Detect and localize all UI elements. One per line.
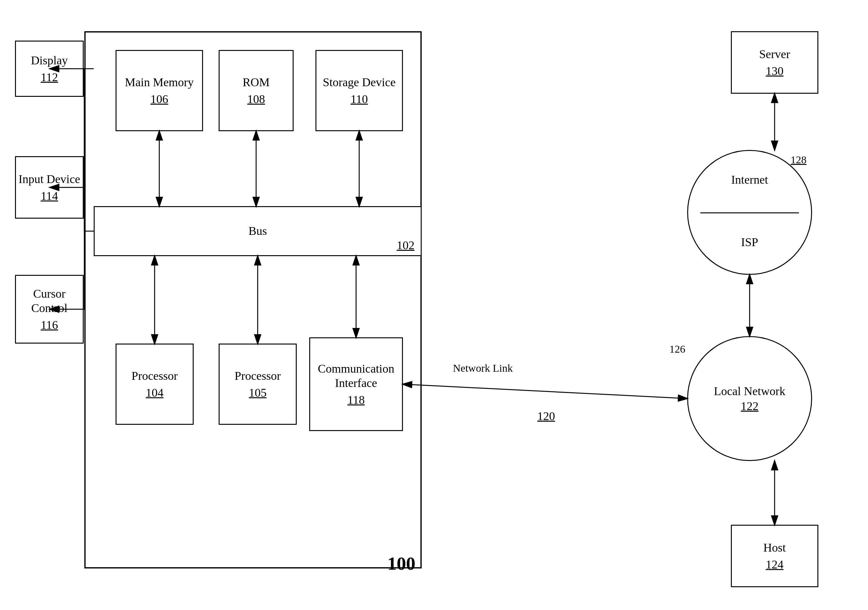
local-network-number: 122 [741,399,759,413]
display-box: Display 112 [15,40,84,97]
processor2-number: 105 [249,386,267,399]
storage-device-box: Storage Device 110 [315,50,403,131]
system-label: 100 [387,553,415,574]
input-device-label: Input Device [19,172,80,186]
main-memory-number: 106 [150,92,168,106]
processor1-number: 104 [146,386,164,399]
main-memory-box: Main Memory 106 [116,50,203,131]
storage-device-number: 110 [350,92,368,106]
processor1-box: Processor 104 [116,344,194,425]
isp-label: ISP [741,235,758,249]
host-number: 124 [766,557,784,571]
internet-circle: Internet ISP 128 [687,150,812,275]
comm-interface-number: 118 [347,393,365,407]
rom-number: 108 [247,92,265,106]
comm-interface-label: Communication Interface [310,362,402,390]
internet-label: Internet [731,173,768,186]
input-device-box: Input Device 114 [15,156,84,218]
bus-box: Bus 102 [94,206,422,256]
main-memory-label: Main Memory [125,75,194,90]
host-box: Host 124 [731,525,818,587]
storage-device-label: Storage Device [322,75,395,90]
local-network-label: Local Network [714,384,786,398]
bus-number: 102 [397,238,414,252]
internet-number: 128 [790,154,806,166]
processor2-label: Processor [234,369,281,383]
display-label: Display [31,53,68,68]
cursor-control-box: Cursor Control 116 [15,275,84,344]
server-box: Server 130 [731,31,818,94]
cursor-control-label: Cursor Control [16,287,83,315]
rom-box: ROM 108 [219,50,294,131]
network-link-126: 126 [670,343,685,355]
diagram: 100 Display 112 Input Device 114 Cursor … [0,0,868,610]
cursor-control-number: 116 [40,318,58,332]
rom-label: ROM [243,75,270,90]
network-link-label: Network Link [453,362,513,374]
svg-line-15 [403,384,687,399]
bus-label: Bus [248,224,267,238]
display-number: 112 [40,70,58,84]
local-network-circle: Local Network 122 126 [687,336,812,461]
processor1-label: Processor [132,369,178,383]
processor2-box: Processor 105 [219,344,297,425]
server-number: 130 [766,64,784,78]
comm-interface-box: Communication Interface 118 [309,338,403,431]
input-device-number: 114 [40,189,58,203]
network-link-number: 120 [537,409,555,423]
isp-divider [700,212,799,213]
server-label: Server [759,47,790,62]
host-label: Host [763,541,786,555]
